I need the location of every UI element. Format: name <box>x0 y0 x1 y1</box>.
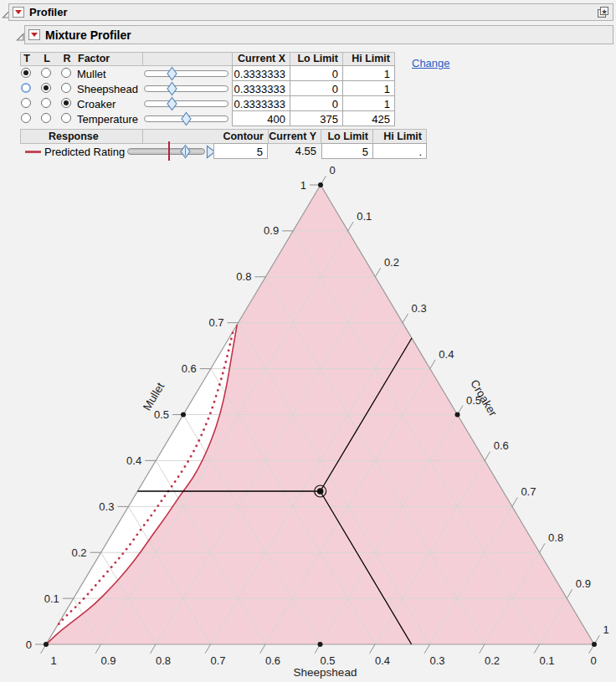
radio-left-axis[interactable] <box>41 98 51 108</box>
svg-text:★: ★ <box>601 8 608 16</box>
radio-top-axis[interactable] <box>21 83 31 93</box>
tick-mark <box>512 498 517 507</box>
response-name: Predicted Rating <box>44 146 125 158</box>
col-header-t: T <box>21 53 33 65</box>
tick-mark <box>260 644 265 654</box>
factor-name: Sheepshead <box>77 83 138 95</box>
response-color-swatch <box>25 151 41 153</box>
response-table-header: Response <box>20 129 143 144</box>
tick-mark <box>430 360 435 369</box>
slider-thumb[interactable] <box>181 111 192 126</box>
tick-label: 0.5 <box>154 408 169 421</box>
slider-track[interactable] <box>127 148 205 155</box>
hi-limit-input[interactable]: 1 <box>342 65 395 81</box>
hi-limit-input[interactable]: 425 <box>342 110 395 126</box>
lo-limit-input[interactable]: 0 <box>290 65 343 81</box>
tick-label: 0.2 <box>72 546 87 559</box>
tick-label: 0.9 <box>100 654 116 667</box>
slider-column-header <box>142 52 233 66</box>
tick-mark <box>480 644 485 654</box>
tick-mark <box>403 314 408 323</box>
response-slider[interactable] <box>127 144 205 159</box>
factor-slider[interactable] <box>144 96 228 111</box>
section-title: Mixture Profiler <box>45 28 131 42</box>
contour-input[interactable]: 5 <box>213 143 268 159</box>
radio-left-axis[interactable] <box>41 68 51 78</box>
tick-label: 0.4 <box>375 654 390 667</box>
tick-label: 0.4 <box>439 348 454 361</box>
lo-limit-input[interactable]: 0 <box>290 80 343 96</box>
radio-right-axis[interactable] <box>61 83 71 93</box>
tick-label: 0.7 <box>210 654 225 667</box>
response-row-predicted-rating: Predicted Rating 5 4.55 5 . <box>0 144 616 159</box>
axis-dot <box>592 642 597 647</box>
tick-label: 0.7 <box>209 316 224 329</box>
current-x-input[interactable]: 0.3333333 <box>232 95 290 111</box>
current-y-value: 4.55 <box>268 145 316 157</box>
tick-label: 0.1 <box>44 592 59 605</box>
factor-row-croaker: Croaker 0.3333333 0 1 <box>0 96 616 111</box>
factor-slider[interactable] <box>144 81 228 96</box>
tick-label: 1 <box>300 179 306 192</box>
col-header-lo-limit: Lo Limit <box>290 52 343 66</box>
page-title: Profiler <box>29 6 68 18</box>
tick-label: 0.3 <box>412 302 427 315</box>
tick-label: 0 <box>26 638 32 651</box>
axis-dot <box>44 642 49 647</box>
radio-top-axis[interactable] <box>21 68 31 78</box>
radio-left-axis[interactable] <box>41 113 51 123</box>
lo-limit-input[interactable]: 375 <box>290 110 343 126</box>
slider-track[interactable] <box>144 70 228 77</box>
hi-limit-input[interactable]: 1 <box>342 80 395 96</box>
axis-dot <box>455 413 460 418</box>
slider-thumb[interactable] <box>167 96 177 111</box>
radio-right-axis[interactable] <box>61 98 71 108</box>
tick-mark <box>95 644 100 654</box>
current-y-marker <box>168 141 170 161</box>
contour-slider-thumb[interactable] <box>180 144 191 159</box>
tick-label: 0.8 <box>548 531 563 544</box>
tick-label: 0.8 <box>156 654 171 667</box>
radio-right-axis[interactable] <box>61 68 71 78</box>
red-triangle-menu-button[interactable] <box>28 29 40 40</box>
factor-slider[interactable] <box>144 66 228 81</box>
col-header-hi-limit: Hi Limit <box>372 129 427 144</box>
tick-mark <box>370 644 375 654</box>
bookmark-button[interactable]: ★ <box>596 5 610 19</box>
tick-label: 0.6 <box>494 439 509 452</box>
radio-left-axis[interactable] <box>41 83 51 93</box>
layered-star-icon: ★ <box>596 5 610 19</box>
col-header-factor: Factor <box>78 53 110 65</box>
tick-label: 0.2 <box>384 256 399 269</box>
hi-limit-input[interactable]: . <box>372 143 427 159</box>
factor-table-header: T L R Factor <box>20 52 143 66</box>
tick-mark <box>205 644 210 654</box>
tick-label: 1 <box>603 623 609 636</box>
current-x-input[interactable]: 400 <box>232 110 290 126</box>
red-triangle-menu-button[interactable] <box>13 7 24 18</box>
current-x-input[interactable]: 0.3333333 <box>232 65 290 81</box>
radio-right-axis[interactable] <box>61 113 71 123</box>
tick-label: 0.7 <box>521 485 536 498</box>
tick-mark <box>485 452 490 461</box>
tick-mark <box>151 644 156 654</box>
current-x-input[interactable]: 0.3333333 <box>232 80 290 96</box>
lo-limit-input[interactable]: 0 <box>290 95 343 111</box>
current-point-handle[interactable] <box>317 488 324 495</box>
slider-thumb[interactable] <box>167 81 177 96</box>
col-header-current-y: Current Y <box>268 129 321 144</box>
hi-limit-input[interactable]: 1 <box>342 95 395 111</box>
radio-top-axis[interactable] <box>21 98 31 108</box>
slider-track[interactable] <box>144 85 228 92</box>
factor-row-sheepshead: Sheepshead 0.3333333 0 1 <box>0 81 616 96</box>
slider-thumb[interactable] <box>167 66 177 81</box>
lo-limit-input[interactable]: 5 <box>321 143 373 159</box>
slider-track[interactable] <box>144 100 228 107</box>
factor-slider[interactable] <box>144 111 228 126</box>
axis-dot <box>181 413 186 418</box>
radio-top-axis[interactable] <box>21 113 31 123</box>
tick-label: 0.9 <box>576 577 591 590</box>
tick-label: 0.2 <box>485 654 500 667</box>
tick-mark <box>534 644 539 654</box>
tick-label: 0.9 <box>264 224 279 237</box>
